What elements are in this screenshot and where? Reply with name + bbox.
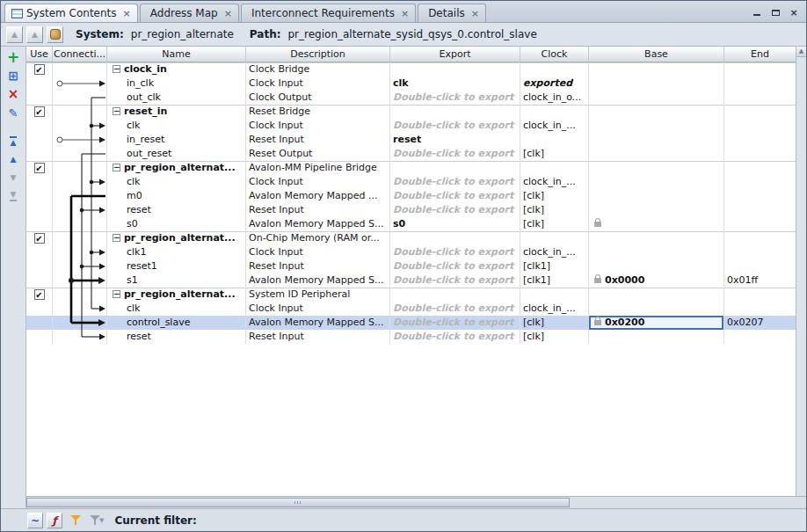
export-cell[interactable] [390, 288, 520, 302]
table-row[interactable]: out_reset Reset Output Double-click to e… [26, 147, 796, 161]
base-cell[interactable] [589, 91, 724, 105]
table-row[interactable]: ✔ −reset_in Reset Bridge [26, 105, 796, 119]
tab-close-icon[interactable]: × [471, 9, 479, 18]
export-cell[interactable]: s0 [390, 217, 520, 231]
base-cell[interactable]: 0x0200 [589, 316, 724, 330]
export-cell[interactable]: Double-click to export [390, 259, 520, 273]
table-row[interactable]: clk Clock Input Double-click to export c… [26, 119, 796, 133]
clock-cell[interactable]: exported [520, 77, 589, 91]
duplicate-component-button[interactable]: ⊞ [5, 69, 21, 83]
tab-interconnect-requirements[interactable]: Interconnect Requirements × [241, 4, 416, 22]
clock-cell[interactable]: [clk1] [520, 259, 589, 273]
use-checkbox[interactable]: ✔ [34, 163, 45, 173]
remove-component-button[interactable]: × [5, 87, 21, 101]
clock-cell[interactable]: clock_in_... [520, 119, 589, 133]
table-row[interactable]: ✔ −pr_region_alternat... Avalon-MM Pipel… [26, 161, 796, 175]
clock-cell[interactable] [520, 288, 589, 302]
table-row[interactable]: ✔ −pr_region_alternat... On-Chip Memory … [26, 231, 796, 245]
base-cell[interactable] [589, 259, 724, 273]
column-header-use[interactable]: Use [26, 47, 53, 62]
base-cell[interactable] [589, 330, 724, 344]
connections-diagram[interactable] [53, 62, 107, 344]
base-cell[interactable] [589, 217, 724, 231]
table-row[interactable]: in_clk Clock Input clk exported [26, 77, 796, 91]
collapse-icon[interactable]: − [113, 164, 120, 171]
column-header-base[interactable]: Base [589, 47, 724, 62]
show-signals-button[interactable]: ~ [27, 513, 43, 528]
base-cell[interactable] [589, 133, 724, 147]
use-checkbox[interactable]: ✔ [34, 64, 45, 75]
tab-close-icon[interactable]: × [123, 9, 131, 18]
clock-cell[interactable]: [clk1] [520, 273, 589, 288]
base-cell[interactable] [589, 62, 724, 77]
use-checkbox[interactable]: ✔ [34, 233, 45, 244]
show-interfaces-button[interactable]: ƒ [47, 513, 62, 528]
collapse-icon[interactable]: − [113, 234, 120, 242]
base-cell[interactable]: 0x0000 [589, 273, 724, 288]
clock-cell[interactable]: clock_in_... [520, 245, 589, 259]
scrollbar-up-icon[interactable]: ▲ [796, 47, 806, 57]
filter-funnel-icon[interactable] [69, 514, 82, 527]
base-cell[interactable] [589, 288, 724, 302]
base-cell[interactable] [589, 175, 724, 189]
export-cell[interactable]: reset [390, 133, 520, 147]
collapse-icon[interactable]: − [113, 290, 120, 298]
table-row[interactable]: clk1 Clock Input Double-click to export … [26, 245, 796, 259]
export-cell[interactable]: Double-click to export [390, 175, 520, 189]
tab-details[interactable]: Details × [418, 4, 486, 22]
minimize-icon[interactable] [752, 8, 762, 17]
base-cell[interactable] [589, 147, 724, 161]
base-cell[interactable] [589, 302, 724, 316]
clock-cell[interactable]: [clk] [520, 203, 589, 217]
horizontal-scrollbar-thumb[interactable] [26, 498, 570, 507]
restore-icon[interactable] [770, 8, 781, 17]
export-cell[interactable]: clk [390, 77, 520, 91]
nav-up-button[interactable]: ▲ [6, 26, 23, 43]
clock-cell[interactable] [520, 133, 589, 147]
use-checkbox[interactable]: ✔ [34, 289, 45, 300]
nav-top-button[interactable]: ▲ [26, 26, 43, 43]
move-to-top-button[interactable]: ▲ [5, 134, 21, 148]
clock-cell[interactable] [520, 62, 589, 77]
tab-system-contents[interactable]: System Contents × [4, 4, 138, 22]
base-cell[interactable] [589, 161, 724, 175]
column-header-export[interactable]: Export [390, 47, 520, 62]
tab-close-icon[interactable]: × [224, 9, 232, 18]
edit-component-button[interactable]: ✎ [5, 106, 21, 120]
export-cell[interactable]: Double-click to export [390, 273, 520, 288]
table-row[interactable]: s1 Avalon Memory Mapped S... Double-clic… [26, 273, 796, 288]
move-down-button[interactable]: ▼ [5, 171, 21, 185]
clock-cell[interactable]: clock_in_... [520, 175, 589, 189]
clock-cell[interactable] [520, 161, 589, 175]
clock-cell[interactable]: [clk] [520, 217, 589, 231]
component-button[interactable] [47, 26, 63, 43]
clock-cell[interactable]: clock_in_... [520, 302, 589, 316]
clock-cell[interactable]: [clk] [520, 316, 589, 330]
table-row[interactable]: ✔ −pr_region_alternat... System ID Perip… [26, 288, 796, 302]
table-row[interactable]: s0 Avalon Memory Mapped S... s0 [clk] [26, 217, 796, 231]
export-cell[interactable] [390, 105, 520, 119]
export-cell[interactable]: Double-click to export [390, 302, 520, 316]
table-row[interactable]: out_clk Clock Output Double-click to exp… [26, 91, 796, 105]
base-cell[interactable] [589, 105, 724, 119]
export-cell[interactable]: Double-click to export [390, 245, 520, 259]
table-row[interactable]: reset Reset Input Double-click to export… [26, 203, 796, 217]
base-cell[interactable] [589, 189, 724, 203]
export-cell[interactable]: Double-click to export [390, 91, 520, 105]
export-cell[interactable]: Double-click to export [390, 147, 520, 161]
table-row[interactable]: control_slave Avalon Memory Mapped S... … [26, 316, 796, 330]
export-cell[interactable] [390, 62, 520, 77]
vertical-scrollbar[interactable]: ▲ [796, 47, 806, 496]
filter-menu-button[interactable]: ▼ [85, 514, 104, 527]
move-to-bottom-button[interactable]: ▼ [5, 189, 21, 203]
horizontal-scrollbar[interactable] [26, 496, 806, 508]
collapse-icon[interactable]: − [113, 107, 120, 115]
export-cell[interactable]: Double-click to export [390, 203, 520, 217]
close-icon[interactable]: × [789, 8, 799, 17]
base-cell[interactable] [589, 231, 724, 245]
base-cell[interactable] [589, 203, 724, 217]
tab-address-map[interactable]: Address Map × [140, 4, 239, 22]
export-cell[interactable] [390, 231, 520, 245]
clock-cell[interactable]: [clk] [520, 189, 589, 203]
table-row[interactable]: clk Clock Input Double-click to export c… [26, 175, 796, 189]
